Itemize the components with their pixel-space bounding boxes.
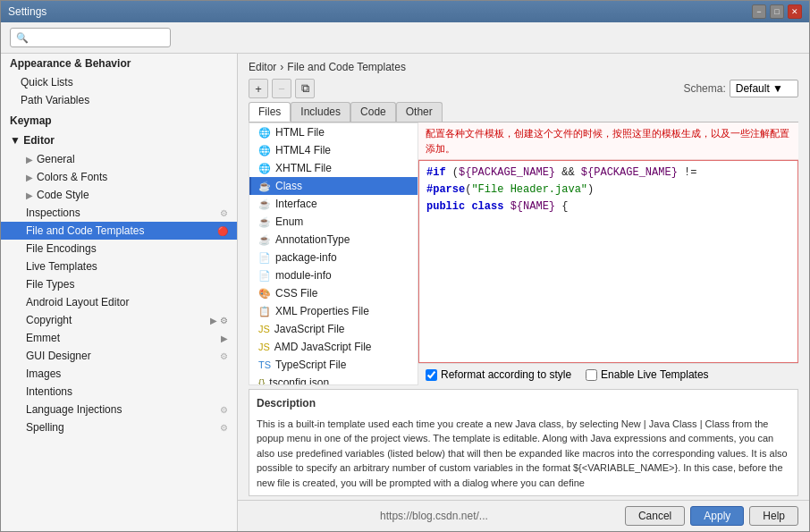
sidebar-item-language-injections[interactable]: Language Injections ⚙ — [1, 401, 237, 418]
quick-lists-label: Quick Lists — [21, 76, 73, 89]
code-editor[interactable]: #if (${PACKAGE_NAME} && ${PACKAGE_NAME} … — [418, 160, 798, 363]
reformat-label: Reformat according to style — [441, 368, 571, 381]
breadcrumb: Editor › File and Code Templates — [238, 54, 809, 77]
help-button[interactable]: Help — [749, 506, 798, 526]
annotation-file-icon: ☕ — [258, 234, 271, 246]
file-item-tsconfig[interactable]: {} tsconfig.json — [249, 374, 418, 385]
sidebar-item-code-style[interactable]: ▶ Code Style — [1, 186, 237, 204]
copy-button[interactable]: ⧉ — [295, 79, 315, 98]
sidebar-item-file-types[interactable]: File Types — [1, 275, 237, 293]
inspections-icon: ⚙ — [220, 208, 228, 218]
add-button[interactable]: + — [249, 79, 268, 98]
package-info-icon: 📄 — [258, 252, 271, 264]
file-item-amd-javascript[interactable]: JS AMD JavaScript File — [249, 338, 418, 356]
file-item-package-info[interactable]: 📄 package-info — [249, 249, 418, 266]
file-item-html[interactable]: 🌐 HTML File — [249, 123, 418, 141]
bottom-bar: https://blog.csdn.net/... Cancel Apply H… — [238, 500, 809, 531]
search-bar — [1, 22, 809, 54]
interface-file-icon: ☕ — [258, 198, 271, 210]
watermark-text: https://blog.csdn.net/... — [249, 510, 620, 522]
sidebar-item-file-encodings[interactable]: File Encodings — [1, 240, 237, 258]
sidebar-item-file-code-templates[interactable]: File and Code Templates 🔴 — [1, 222, 237, 240]
file-item-javascript[interactable]: JS JavaScript File — [249, 320, 418, 338]
content-area: Appearance & Behavior Quick Lists Path V… — [1, 54, 809, 531]
schema-value: Default — [736, 82, 770, 95]
file-encodings-label: File Encodings — [26, 242, 97, 255]
path-variables-label: Path Variables — [21, 94, 89, 106]
sidebar-section-editor[interactable]: ▼ Editor — [1, 131, 237, 150]
tab-code[interactable]: Code — [350, 102, 396, 122]
sidebar-item-images[interactable]: Images — [1, 365, 237, 383]
file-item-xml-properties[interactable]: 📋 XML Properties File — [249, 302, 418, 320]
sidebar-section-keymap[interactable]: Keymap — [1, 111, 237, 131]
xml-properties-label: XML Properties File — [275, 305, 369, 317]
xhtml-file-label: XHTML File — [275, 162, 332, 174]
css-file-icon: 🎨 — [258, 288, 271, 300]
file-item-enum[interactable]: ☕ Enum — [249, 213, 418, 231]
search-input[interactable] — [10, 28, 171, 47]
cancel-button[interactable]: Cancel — [625, 506, 685, 526]
sidebar-item-inspections[interactable]: Inspections ⚙ — [1, 204, 237, 222]
right-panel: Editor › File and Code Templates + − ⧉ S… — [238, 54, 809, 531]
xml-properties-icon: 📋 — [258, 306, 271, 317]
package-info-label: package-info — [275, 251, 337, 264]
module-info-icon: 📄 — [258, 270, 271, 282]
general-label: General — [37, 153, 75, 165]
reformat-checkbox[interactable] — [426, 369, 437, 381]
description-top: 配置各种文件模板，创建这个文件的时候，按照这里的模板生成，以及一些注解配置添加。 — [418, 122, 798, 160]
file-item-class[interactable]: ☕ Class — [249, 177, 418, 195]
sidebar-item-emmet[interactable]: Emmet ▶ — [1, 329, 237, 347]
sidebar-item-spelling[interactable]: Spelling ⚙ — [1, 418, 237, 436]
file-item-typescript[interactable]: TS TypeScript File — [249, 356, 418, 374]
inspections-label: Inspections — [26, 207, 80, 219]
minimize-button[interactable]: − — [752, 4, 766, 19]
amd-javascript-label: AMD JavaScript File — [274, 341, 372, 353]
reformat-checkbox-label[interactable]: Reformat according to style — [426, 368, 571, 381]
sidebar-item-android-layout[interactable]: Android Layout Editor — [1, 293, 237, 311]
language-injections-label: Language Injections — [26, 403, 122, 416]
javascript-icon: JS — [258, 324, 270, 334]
file-list: 🌐 HTML File 🌐 HTML4 File 🌐 XHTML File — [249, 122, 418, 385]
live-templates-label: Live Templates — [26, 260, 97, 273]
intentions-label: Intentions — [26, 385, 72, 398]
breadcrumb-path: Editor — [249, 61, 276, 73]
sidebar-item-path-variables[interactable]: Path Variables — [1, 91, 237, 109]
sidebar-item-colors-fonts[interactable]: ▶ Colors & Fonts — [1, 168, 237, 186]
tab-includes[interactable]: Includes — [291, 102, 350, 122]
close-button[interactable]: ✕ — [788, 4, 802, 19]
sidebar-section-appearance[interactable]: Appearance & Behavior — [1, 54, 237, 73]
apply-button[interactable]: Apply — [690, 506, 744, 526]
file-item-css[interactable]: 🎨 CSS File — [249, 284, 418, 302]
file-item-xhtml[interactable]: 🌐 XHTML File — [249, 159, 418, 177]
file-item-interface[interactable]: ☕ Interface — [249, 195, 418, 213]
tab-other[interactable]: Other — [396, 102, 443, 122]
sidebar-item-general[interactable]: ▶ General — [1, 150, 237, 168]
description-box: Description This is a built-in template … — [249, 389, 798, 496]
breadcrumb-separator: › — [280, 61, 283, 73]
code-area: 配置各种文件模板，创建这个文件的时候，按照这里的模板生成，以及一些注解配置添加。… — [418, 122, 798, 385]
sidebar-item-copyright[interactable]: Copyright ▶ ⚙ — [1, 311, 237, 329]
sidebar-item-intentions[interactable]: Intentions — [1, 383, 237, 401]
description-title: Description — [257, 395, 790, 412]
tab-files[interactable]: Files — [249, 102, 291, 122]
sidebar-item-gui-designer[interactable]: GUI Designer ⚙ — [1, 347, 237, 365]
remove-button[interactable]: − — [272, 79, 291, 98]
android-layout-label: Android Layout Editor — [26, 296, 129, 308]
breadcrumb-current: File and Code Templates — [287, 61, 406, 73]
live-templates-checkbox-label[interactable]: Enable Live Templates — [586, 368, 709, 381]
spelling-icon: ⚙ — [220, 423, 228, 433]
spelling-label: Spelling — [26, 421, 64, 434]
file-item-html4[interactable]: 🌐 HTML4 File — [249, 141, 418, 159]
file-item-annotation[interactable]: ☕ AnnotationType — [249, 231, 418, 249]
file-types-label: File Types — [26, 278, 74, 291]
html-file-label: HTML File — [275, 126, 325, 139]
live-templates-checkbox[interactable] — [586, 369, 597, 381]
maximize-button[interactable]: □ — [770, 4, 784, 19]
sidebar-item-quick-lists[interactable]: Quick Lists — [1, 73, 237, 91]
annotation-file-label: AnnotationType — [275, 233, 350, 246]
sidebar-item-live-templates[interactable]: Live Templates — [1, 258, 237, 275]
file-item-module-info[interactable]: 📄 module-info — [249, 266, 418, 284]
schema-dropdown[interactable]: Default ▼ — [730, 80, 798, 97]
file-code-templates-icon: 🔴 — [217, 226, 228, 236]
tsconfig-label: tsconfig.json — [269, 376, 329, 385]
